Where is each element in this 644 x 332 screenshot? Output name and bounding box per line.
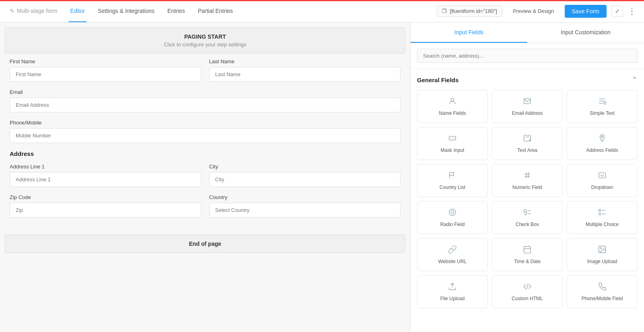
field-card-simple-text[interactable]: Simple Text — [567, 90, 638, 123]
html-icon — [523, 282, 532, 293]
field-card-label-image-upload: Image Upload — [587, 259, 617, 264]
right-panel: Input Fields Input Customization General… — [411, 23, 644, 332]
field-card-label-multiple-choice: Multiple Choice — [586, 222, 619, 227]
field-card-name-fields[interactable]: Name Fields — [417, 90, 488, 123]
hash-icon — [523, 171, 532, 181]
zip-code-field: Zip Code — [10, 194, 201, 218]
tab-input-fields[interactable]: Input Fields — [411, 23, 527, 43]
field-card-time-date[interactable]: Time & Date — [492, 238, 563, 271]
last-name-input[interactable] — [209, 67, 401, 82]
mask-icon — [448, 134, 457, 144]
field-card-file-upload[interactable]: File Upload — [417, 275, 488, 308]
save-form-button[interactable]: Save Form — [565, 5, 607, 18]
flag-icon — [448, 171, 457, 181]
field-card-phone-mobile-field[interactable]: Phone/Mobile Field — [567, 275, 638, 308]
svg-rect-23 — [599, 210, 601, 212]
svg-rect-27 — [524, 247, 531, 253]
email-icon — [523, 97, 532, 107]
field-card-label-email-address: Email Address — [512, 110, 543, 116]
city-input[interactable] — [209, 172, 401, 187]
svg-rect-24 — [599, 213, 601, 215]
address-line1-input[interactable] — [10, 172, 201, 187]
zip-label: Zip Code — [10, 194, 201, 200]
end-of-page-block[interactable]: End of page — [5, 234, 405, 253]
field-card-label-website-url: Website URL — [438, 259, 466, 264]
first-name-label: First Name — [10, 58, 201, 64]
field-search-input[interactable] — [417, 49, 638, 63]
field-search-wrap — [411, 43, 644, 69]
country-label: Country — [209, 194, 401, 200]
address-section-title: Address — [10, 150, 400, 157]
zip-input[interactable] — [10, 203, 201, 218]
field-card-custom-html[interactable]: Custom HTML — [492, 275, 563, 308]
field-card-dropdown[interactable]: Dropdown — [567, 164, 638, 197]
field-card-country-list[interactable]: Country List — [417, 164, 488, 197]
field-card-address-fields[interactable]: Address Fields — [567, 127, 638, 160]
calendar-icon — [523, 245, 532, 255]
first-name-input[interactable] — [10, 67, 201, 82]
field-card-mask-input[interactable]: Mask Input — [417, 127, 488, 160]
nav-actions: ❐ [fluentform id="180"] Preview & Design… — [437, 5, 636, 18]
svg-rect-10 — [524, 135, 531, 141]
field-card-label-radio-field: Radio Field — [440, 222, 465, 227]
nav-multistage[interactable]: ✎ Multi-stage form — [8, 0, 59, 22]
field-card-label-custom-html: Custom HTML — [512, 296, 543, 301]
nav-entries[interactable]: Entries — [166, 0, 187, 22]
svg-point-0 — [451, 98, 454, 101]
section-header: General Fields ⌃ — [417, 75, 638, 84]
general-fields-section: General Fields ⌃ Name FieldsEmail Addres… — [411, 69, 644, 332]
field-card-text-area[interactable]: Text Area — [492, 127, 563, 160]
field-card-image-upload[interactable]: Image Upload — [567, 238, 638, 271]
fullscreen-button[interactable]: ⤢ — [611, 5, 623, 17]
field-card-multiple-choice[interactable]: Multiple Choice — [567, 201, 638, 234]
field-card-numeric-field[interactable]: Numeric Field — [492, 164, 563, 197]
nav-partial-entries[interactable]: Partial Entries — [196, 0, 234, 22]
field-card-email-address[interactable]: Email Address — [492, 90, 563, 123]
field-card-label-text-area: Text Area — [517, 147, 537, 153]
svg-line-15 — [526, 172, 526, 178]
phone-label: Phone/Mobile — [10, 120, 400, 126]
email-row: Email — [10, 89, 400, 112]
paging-subtitle: Click to configure your step settings — [11, 42, 399, 48]
email-input[interactable] — [10, 98, 400, 112]
field-card-label-check-box: Check Box — [516, 222, 539, 227]
last-name-field: Last Name — [209, 58, 401, 82]
city-label: City — [209, 164, 401, 170]
country-field: Country — [209, 194, 401, 218]
field-card-radio-field[interactable]: Radio Field — [417, 201, 488, 234]
phone-input[interactable] — [10, 128, 400, 143]
collapse-icon[interactable]: ⌃ — [632, 75, 638, 84]
upload-icon — [448, 282, 457, 293]
svg-rect-5 — [604, 102, 606, 104]
email-label: Email — [10, 89, 400, 95]
general-fields-title: General Fields — [417, 77, 458, 83]
last-name-label: Last Name — [209, 58, 401, 64]
country-select[interactable] — [209, 203, 401, 218]
dropdown-icon — [598, 171, 607, 181]
field-card-check-box[interactable]: Check Box — [492, 201, 563, 234]
address-line1-label: Address Line 1 — [10, 164, 201, 170]
top-navigation: ✎ Multi-stage form Editor Settings & Int… — [0, 0, 644, 23]
svg-point-12 — [601, 136, 603, 138]
paging-start-block[interactable]: PAGING START Click to configure your ste… — [5, 27, 405, 54]
field-card-label-name-fields: Name Fields — [439, 110, 466, 116]
preview-design-button[interactable]: Preview & Design — [507, 5, 560, 17]
field-card-label-time-date: Time & Date — [514, 259, 541, 264]
field-card-label-mask-input: Mask Input — [441, 147, 464, 153]
first-name-field: First Name — [10, 58, 201, 82]
shortcode-display[interactable]: ❐ [fluentform id="180"] — [437, 5, 502, 17]
tab-input-customization[interactable]: Input Customization — [527, 23, 644, 43]
field-card-website-url[interactable]: Website URL — [417, 238, 488, 271]
image-icon — [598, 245, 607, 255]
field-card-label-country-list: Country List — [440, 185, 465, 190]
more-options-button[interactable]: ⋮ — [628, 6, 636, 16]
nav-editor[interactable]: Editor — [68, 0, 87, 22]
text-icon — [598, 97, 607, 107]
right-panel-tabs: Input Fields Input Customization — [411, 23, 644, 43]
nav-settings[interactable]: Settings & Integrations — [96, 0, 156, 22]
form-canvas: First Name Last Name Email Phone/Mobile — [0, 58, 410, 234]
svg-rect-20 — [524, 210, 526, 212]
person-icon — [448, 97, 457, 107]
svg-line-16 — [528, 172, 529, 178]
end-of-page-text: End of page — [11, 241, 399, 247]
